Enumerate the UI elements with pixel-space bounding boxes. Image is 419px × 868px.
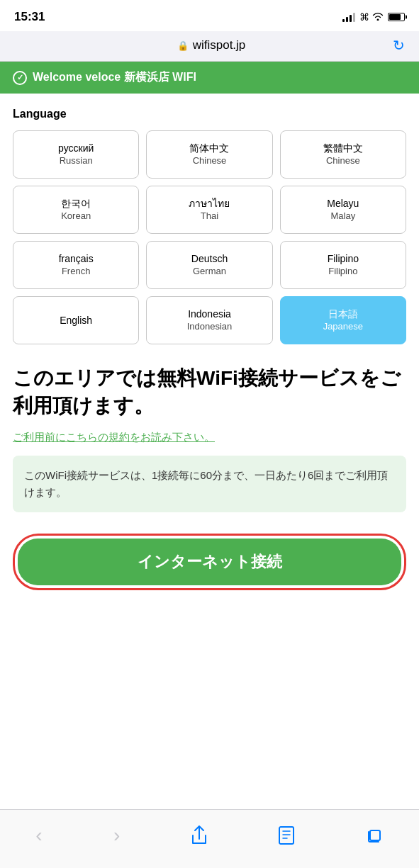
bottom-nav: ‹ › — [0, 809, 419, 868]
lang-btn-malay[interactable]: MelayuMalay — [280, 186, 406, 234]
status-time: 15:31 — [14, 10, 45, 24]
lang-native-text: Indonesia — [188, 308, 231, 320]
lang-btn-[interactable]: English — [13, 296, 139, 344]
share-button[interactable] — [177, 820, 221, 851]
lang-english-text: Russian — [60, 155, 93, 167]
domain-text: wifispot.jp — [193, 38, 246, 52]
connect-btn-outline: インターネット接続 — [13, 534, 406, 590]
lang-native-text: français — [59, 252, 94, 265]
lock-icon: 🔒 — [177, 40, 189, 51]
main-heading: このエリアでは無料WiFi接続サービスをご利用頂けます。 — [13, 364, 406, 419]
signal-icon — [342, 12, 355, 22]
browser-chrome: 🔒 wifispot.jp ↻ — [0, 31, 419, 62]
lang-english-text: Korean — [61, 210, 91, 222]
check-circle-icon — [13, 71, 27, 85]
svg-rect-1 — [370, 830, 380, 840]
lang-english-text: Thai — [201, 210, 218, 222]
lang-btn-chinese[interactable]: 简体中文Chinese — [146, 130, 272, 179]
main-description: このエリアでは無料WiFi接続サービスをご利用頂けます。 ご利用前にこちらの規約… — [0, 351, 419, 534]
address-bar: 🔒 wifispot.jp — [33, 38, 390, 52]
welcome-banner: Welcome veloce 新横浜店 WIFI — [0, 62, 419, 94]
lang-native-text: English — [60, 314, 92, 327]
lang-btn-chinese[interactable]: 繁體中文Chinese — [280, 130, 406, 179]
connect-button[interactable]: インターネット接続 — [18, 539, 401, 585]
lang-btn-french[interactable]: françaisFrench — [13, 241, 139, 289]
lang-btn-filipino[interactable]: FilipinoFilipino — [280, 241, 406, 289]
forward-button[interactable]: › — [99, 818, 134, 852]
lang-btn-russian[interactable]: русскийRussian — [13, 130, 139, 179]
lang-native-text: 繁體中文 — [323, 142, 363, 154]
page-content: Welcome veloce 新横浜店 WIFI Language русски… — [0, 62, 419, 809]
lang-native-text: 简体中文 — [189, 142, 229, 154]
lang-english-text: Japanese — [323, 321, 363, 333]
lang-english-text: Filipino — [328, 266, 357, 278]
lang-english-text: Chinese — [193, 155, 227, 167]
lang-english-text: Chinese — [326, 155, 360, 167]
tabs-button[interactable] — [352, 821, 398, 850]
svg-rect-0 — [279, 827, 294, 844]
lang-english-text: Indonesian — [187, 321, 233, 333]
status-bar: 15:31 ⌘ — [0, 0, 419, 31]
lang-native-text: 日本語 — [328, 308, 358, 320]
language-label: Language — [13, 108, 406, 120]
battery-icon — [388, 13, 405, 21]
back-button[interactable]: ‹ — [21, 818, 56, 852]
lang-btn-german[interactable]: DeutschGerman — [146, 241, 272, 289]
lang-native-text: Filipino — [328, 252, 359, 265]
info-box-text: このWiFi接続サービスは、1接続毎に60分まで、一日あたり6回までご利用頂けま… — [24, 469, 388, 498]
lang-native-text: Melayu — [327, 197, 359, 210]
lang-english-text: Malay — [330, 210, 355, 222]
banner-text: Welcome veloce 新横浜店 WIFI — [33, 70, 196, 85]
reload-button[interactable]: ↻ — [390, 37, 408, 54]
language-section: Language русскийRussian简体中文Chinese繁體中文Ch… — [0, 94, 419, 351]
status-icons: ⌘ — [342, 11, 405, 23]
lang-native-text: Deutsch — [191, 252, 228, 265]
terms-link[interactable]: ご利用前にこちらの規約をお読み下さい。 — [13, 431, 406, 444]
lang-english-text: German — [193, 266, 226, 278]
bookmarks-button[interactable] — [264, 820, 309, 851]
lang-btn-thai[interactable]: ภาษาไทยThai — [146, 186, 272, 234]
info-box: このWiFi接続サービスは、1接続毎に60分まで、一日あたり6回までご利用頂けま… — [13, 456, 406, 512]
lang-native-text: 한국어 — [61, 197, 91, 210]
lang-btn-japanese[interactable]: 日本語Japanese — [280, 296, 406, 344]
connect-button-wrapper: インターネット接続 — [0, 534, 419, 611]
wifi-icon: ⌘ — [359, 11, 384, 23]
lang-native-text: русский — [58, 142, 94, 154]
lang-btn-korean[interactable]: 한국어Korean — [13, 186, 139, 234]
lang-native-text: ภาษาไทย — [189, 197, 230, 210]
lang-btn-indonesian[interactable]: IndonesiaIndonesian — [146, 296, 272, 344]
language-grid: русскийRussian简体中文Chinese繁體中文Chinese한국어K… — [13, 130, 406, 344]
lang-english-text: French — [62, 266, 90, 278]
